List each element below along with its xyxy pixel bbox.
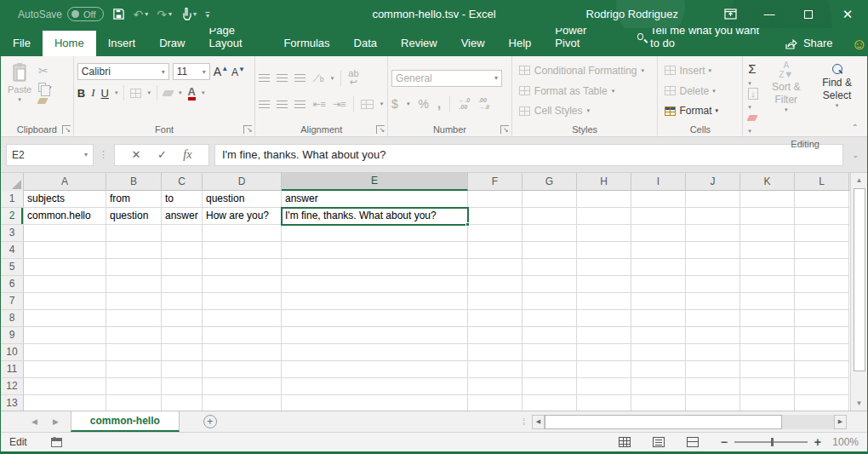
cell-I9[interactable] (631, 327, 686, 344)
cell-A6[interactable] (24, 276, 106, 293)
cell-C9[interactable] (162, 327, 203, 344)
cell-B12[interactable] (106, 378, 162, 395)
autosave-toggle[interactable]: AutoSave Off (18, 7, 104, 21)
cell-J6[interactable] (686, 276, 740, 293)
cell-E5[interactable] (282, 259, 468, 276)
sort-filter-button[interactable]: AZ▼ Sort & Filter ▾ (762, 60, 810, 139)
cell-F8[interactable] (468, 310, 523, 327)
cell-J8[interactable] (686, 310, 740, 327)
merge-center-button[interactable] (361, 100, 374, 109)
cell-F10[interactable] (468, 344, 523, 361)
cell-G2[interactable] (523, 208, 577, 225)
tab-draw[interactable]: Draw (147, 31, 197, 56)
delete-cells-button[interactable]: Delete▾ (665, 82, 739, 101)
tell-me-search[interactable]: Tell me what you want to do (637, 24, 761, 56)
cell-C11[interactable] (162, 361, 203, 378)
cell-F1[interactable] (468, 191, 523, 208)
cell-G10[interactable] (523, 344, 577, 361)
underline-button[interactable]: U (101, 87, 109, 100)
cell-H9[interactable] (577, 327, 631, 344)
column-header-D[interactable]: D (203, 173, 282, 191)
cell-A5[interactable] (24, 259, 106, 276)
cell-K7[interactable] (740, 293, 795, 310)
cell-B6[interactable] (106, 276, 162, 293)
autosave-pill[interactable]: Off (67, 7, 103, 21)
cell-I1[interactable] (631, 191, 686, 208)
cell-J3[interactable] (686, 225, 740, 242)
cell-D10[interactable] (203, 344, 282, 361)
shrink-font-button[interactable]: A▼ (231, 66, 245, 78)
format-cells-button[interactable]: Format▾ (665, 101, 739, 120)
cell-E8[interactable] (282, 310, 468, 327)
cell-C5[interactable] (162, 259, 203, 276)
cell-K13[interactable] (740, 395, 795, 411)
cell-F2[interactable] (468, 208, 523, 225)
align-center-button[interactable] (277, 101, 288, 108)
cell-H10[interactable] (577, 344, 631, 361)
cell-H11[interactable] (577, 361, 631, 378)
fill-color-button[interactable] (163, 87, 173, 99)
row-header-11[interactable]: 11 (1, 361, 24, 378)
insert-cells-button[interactable]: Insert▾ (665, 61, 739, 80)
cell-E10[interactable] (282, 344, 468, 361)
cell-E12[interactable] (282, 378, 468, 395)
cell-K2[interactable] (740, 208, 795, 225)
redo-button[interactable]: ↷▾ (157, 8, 172, 21)
cell-C8[interactable] (162, 310, 203, 327)
row-header-8[interactable]: 8 (1, 310, 24, 327)
cell-B2[interactable]: question (106, 208, 162, 225)
cut-button[interactable]: ✂ (38, 65, 52, 77)
row-header-1[interactable]: 1 (1, 191, 24, 208)
row-header-6[interactable]: 6 (1, 276, 24, 293)
cell-B10[interactable] (106, 344, 162, 361)
wrap-text-button[interactable]: ab↩ (348, 70, 358, 87)
font-dialog-launcher[interactable]: ↘ (243, 125, 252, 134)
cell-L9[interactable] (795, 327, 849, 344)
cell-J5[interactable] (686, 259, 740, 276)
tab-help[interactable]: Help (497, 31, 544, 56)
cell-D3[interactable] (203, 225, 282, 242)
cell-I12[interactable] (631, 378, 686, 395)
column-header-L[interactable]: L (795, 173, 849, 191)
cell-J11[interactable] (686, 361, 740, 378)
cell-K9[interactable] (740, 327, 795, 344)
column-header-F[interactable]: F (468, 173, 523, 191)
zoom-slider[interactable] (734, 441, 808, 443)
customize-qat-button[interactable]: −▾ (205, 10, 210, 18)
column-header-E[interactable]: E (282, 173, 468, 191)
next-sheet-button[interactable]: ▶ (53, 417, 59, 426)
cell-C12[interactable] (162, 378, 203, 395)
cell-J2[interactable] (686, 208, 740, 225)
autosum-button[interactable]: Σ ▾ (748, 61, 760, 88)
cell-J9[interactable] (686, 327, 740, 344)
enter-button[interactable]: ✓ (157, 148, 167, 161)
formula-bar-handle[interactable]: ⋮ (99, 149, 109, 160)
column-header-C[interactable]: C (162, 173, 203, 191)
cell-H13[interactable] (577, 395, 631, 411)
save-button[interactable] (112, 8, 125, 20)
zoom-out-button[interactable]: − (721, 435, 728, 449)
cell-K1[interactable] (740, 191, 795, 208)
cell-B13[interactable] (106, 395, 162, 411)
top-align-button[interactable] (259, 74, 270, 82)
tab-file[interactable]: File (1, 31, 43, 56)
borders-button[interactable] (130, 89, 141, 98)
row-header-7[interactable]: 7 (1, 293, 24, 310)
row-header-2[interactable]: 2 (1, 208, 24, 225)
sheet-tab-common-hello[interactable]: common-hello (71, 411, 180, 432)
row-header-4[interactable]: 4 (1, 242, 24, 259)
cell-F9[interactable] (468, 327, 523, 344)
cell-J12[interactable] (686, 378, 740, 395)
cell-B4[interactable] (106, 242, 162, 259)
cell-F6[interactable] (468, 276, 523, 293)
font-name-combo[interactable]: Calibri▾ (77, 63, 169, 80)
cell-H12[interactable] (577, 378, 631, 395)
cell-A12[interactable] (24, 378, 106, 395)
alignment-dialog-launcher[interactable]: ↘ (376, 125, 385, 134)
cell-H6[interactable] (577, 276, 631, 293)
cell-G6[interactable] (523, 276, 577, 293)
cell-F7[interactable] (468, 293, 523, 310)
cell-C10[interactable] (162, 344, 203, 361)
cell-G13[interactable] (523, 395, 577, 411)
cell-C13[interactable] (162, 395, 203, 411)
